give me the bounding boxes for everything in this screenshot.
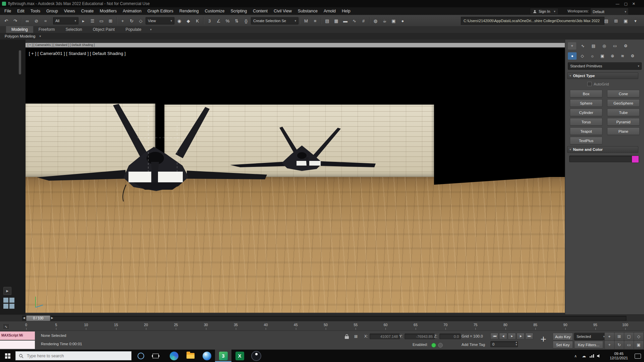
select-object-icon[interactable]: ▸ [79, 17, 88, 25]
bind-to-space-warp-icon[interactable]: ≈ [41, 17, 50, 25]
tool-dock-icon[interactable]: ▤ [602, 17, 611, 25]
expand-panel-arrow-icon[interactable]: ▶ [3, 287, 11, 295]
curve-editor-icon[interactable]: ∿ [350, 17, 359, 25]
object-type-button[interactable]: Tube [607, 109, 640, 116]
scrollbar-thumb[interactable] [19, 50, 21, 74]
object-name-field[interactable] [569, 156, 632, 162]
systems-icon[interactable]: ⚙ [628, 52, 637, 60]
set-key-button[interactable]: Set Key [553, 341, 573, 349]
percent-snap-toggle-icon[interactable]: % [223, 17, 232, 25]
motion-tab-icon[interactable]: ◎ [600, 42, 608, 50]
y-coord-field[interactable]: -76943.85 [405, 334, 435, 339]
window-crossing-icon[interactable]: ⊞ [106, 17, 115, 25]
network-icon[interactable] [590, 354, 594, 358]
rectangular-selection-region-icon[interactable]: ▭ [97, 17, 106, 25]
next-frame-icon[interactable]: |▶ [517, 333, 525, 340]
zoom-region-icon[interactable]: ▭ [624, 341, 634, 349]
enabled-gray-toggle[interactable] [438, 343, 443, 348]
utilities-tab-icon[interactable]: ⚙ [622, 42, 630, 50]
time-slider-handle[interactable]: 0 / 100 [26, 315, 50, 321]
object-type-button[interactable]: Plane [607, 127, 640, 135]
go-to-start-icon[interactable]: |◀◀ [490, 333, 498, 340]
object-type-button[interactable]: Cone [607, 90, 640, 98]
select-and-link-icon[interactable]: ∞ [23, 17, 32, 25]
maximize-viewport-toggle-icon[interactable]: ▣ [634, 341, 644, 349]
key-mode-dropdown[interactable]: Selected ▾ [574, 333, 607, 340]
object-type-button[interactable]: TextPlus [570, 137, 602, 144]
zoom-all-icon[interactable]: ⊞ [614, 332, 624, 341]
start-button[interactable] [0, 350, 15, 362]
menu-item[interactable]: Animation [120, 7, 145, 15]
field-of-view-icon[interactable]: ◇ [634, 332, 644, 341]
project-path-field[interactable]: C:\Users\2142005\AppData\Local\OneDri...… [461, 17, 604, 25]
volume-icon[interactable] [597, 354, 602, 358]
go-to-end-icon[interactable]: ▶▶| [525, 333, 533, 340]
workspaces-dropdown[interactable]: Default ▾ [590, 8, 629, 15]
select-by-name-icon[interactable]: ☰ [88, 17, 97, 25]
lights-icon[interactable]: ☼ [588, 52, 597, 60]
undo-icon[interactable]: ↶ [2, 17, 11, 25]
selection-filter-dropdown[interactable]: All ▾ [53, 17, 78, 24]
next-frame-arrow-icon[interactable]: ▶ [50, 316, 54, 320]
zoom-icon[interactable]: ⌖ [604, 332, 614, 341]
task-view-button[interactable] [148, 350, 163, 362]
use-pivot-point-center-icon[interactable]: ◉ [175, 17, 184, 25]
object-type-button[interactable]: Sphere [570, 99, 602, 107]
zoom-extents-icon[interactable]: ▢ [624, 332, 634, 341]
add-time-tag[interactable]: Add Time Tag [462, 343, 485, 347]
object-type-button[interactable]: Teapot [570, 127, 602, 135]
menu-item[interactable]: Rendering [176, 7, 202, 15]
unlink-selection-icon[interactable]: ⊘ [32, 17, 41, 25]
enabled-green-toggle[interactable] [431, 343, 436, 348]
menu-item[interactable]: Tools [28, 7, 43, 15]
rendered-frame-window-icon[interactable]: ▣ [389, 17, 398, 25]
select-and-scale-icon[interactable]: ◇ [136, 17, 145, 25]
named-selection-sets-dropdown[interactable]: Create Selection Se ▾ [251, 17, 299, 24]
align-icon[interactable]: ≡ [311, 17, 320, 25]
shapes-icon[interactable]: ◇ [578, 52, 587, 60]
select-and-move-icon[interactable]: + [118, 17, 127, 25]
toggle-scene-explorer-icon[interactable]: ▤ [323, 17, 332, 25]
time-slider-track[interactable] [22, 316, 627, 321]
mini-curve-editor-icon[interactable]: ∿ [3, 323, 9, 329]
toggle-layer-explorer-icon[interactable]: ▦ [332, 17, 341, 25]
maxscript-mini-listener[interactable]: MAXScript Mi [0, 331, 35, 340]
menu-item[interactable]: Content [250, 7, 271, 15]
tool-caret-icon[interactable]: ▾ [631, 17, 640, 25]
ribbon-tab[interactable]: Populate [120, 26, 147, 33]
ribbon-tab[interactable]: Selection [60, 26, 87, 33]
menu-item[interactable]: Substance [295, 7, 321, 15]
camera-viewport[interactable]: [ + ] [ Camera001 ] [ Standard ] [ Defau… [25, 48, 565, 313]
menu-item[interactable]: File [1, 7, 14, 15]
key-filters-button[interactable]: Key Filters... [574, 341, 603, 349]
space-warps-icon[interactable]: ≋ [618, 52, 627, 60]
search-input[interactable] [26, 353, 121, 359]
ribbon-tab[interactable]: Freeform [33, 26, 60, 33]
hierarchy-tab-icon[interactable]: ▤ [589, 42, 598, 50]
track-bar[interactable]: ∿ 05101520253035404550556065707580859095… [0, 321, 644, 331]
object-color-swatch[interactable] [632, 156, 639, 163]
orbit-icon[interactable]: ↻ [614, 341, 624, 349]
frame-spinner-icon[interactable]: ▲▼ [515, 341, 518, 346]
angle-snap-toggle-icon[interactable]: ∠ [214, 17, 223, 25]
material-editor-icon[interactable]: ◍ [371, 17, 380, 25]
menu-item[interactable]: Modifiers [97, 7, 120, 15]
action-center-icon[interactable] [635, 354, 641, 359]
polygon-modeling-label[interactable]: Polygon Modeling [5, 34, 35, 38]
previous-frame-icon[interactable]: ◀| [499, 333, 507, 340]
menu-item[interactable]: Help [339, 7, 354, 15]
menu-item[interactable]: Arnold [321, 7, 339, 15]
autogrid-checkbox[interactable] [587, 82, 592, 86]
navigation-cross-icon[interactable]: + [536, 331, 551, 347]
ribbon-tab[interactable]: Modeling [6, 26, 33, 33]
object-type-button[interactable]: Cylinder [570, 109, 602, 116]
select-and-manipulate-icon[interactable]: ◆ [184, 17, 193, 25]
ribbon-caret-icon[interactable]: ▾ [150, 28, 152, 31]
geometry-icon[interactable]: ● [568, 52, 577, 60]
maximize-button[interactable]: ▢ [624, 2, 627, 6]
render-setup-icon[interactable]: ☕ [380, 17, 389, 25]
object-type-button[interactable]: Pyramid [607, 118, 640, 126]
menu-item[interactable]: Views [61, 7, 78, 15]
name-color-rollout-header[interactable]: ▾ Name and Color [567, 146, 638, 153]
onedrive-cloud-icon[interactable]: ☁ [581, 353, 587, 359]
